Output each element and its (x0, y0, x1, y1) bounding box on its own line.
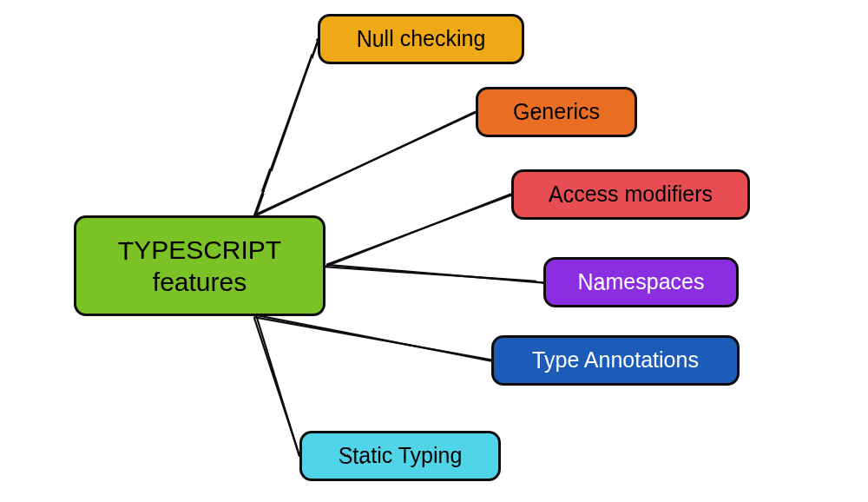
feature-access-modifiers: Access modifiers (511, 169, 750, 220)
svg-line-10 (254, 317, 299, 455)
feature-static-typing: Static Typing (299, 431, 501, 481)
svg-line-6 (325, 267, 543, 281)
svg-line-5 (326, 195, 511, 265)
svg-line-3 (256, 113, 476, 215)
feature-type-annotations: Type Annotations (491, 335, 740, 386)
feature-generics: Generics (476, 87, 637, 137)
central-node-typescript-features: TYPESCRIPT features (74, 215, 326, 316)
svg-line-7 (326, 265, 543, 283)
svg-line-1 (256, 40, 318, 215)
feature-namespaces: Namespaces (543, 257, 739, 307)
svg-line-4 (325, 194, 511, 267)
feature-null-checking: Null checking (318, 14, 524, 64)
svg-line-0 (254, 38, 318, 216)
svg-line-2 (254, 111, 476, 216)
typescript-features-diagram: TYPESCRIPT features Null checking Generi… (0, 0, 868, 502)
svg-line-8 (254, 317, 491, 360)
svg-line-9 (256, 315, 491, 361)
svg-line-11 (256, 315, 299, 457)
